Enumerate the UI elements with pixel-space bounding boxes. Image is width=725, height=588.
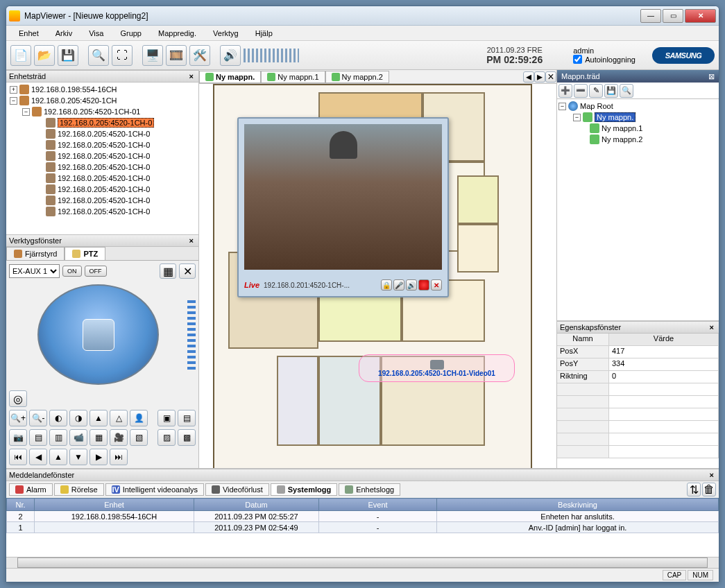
table-row[interactable]: 1 2011.09.23 PM 02:54:49 - Anv.-ID [admi… xyxy=(7,522,719,533)
tree-node[interactable]: 192.168.0.205:4520-1CH-0 xyxy=(8,128,197,139)
device-tree-close-icon[interactable]: × xyxy=(187,72,196,80)
fit-button[interactable]: ⛶ xyxy=(112,45,133,66)
map-node-0[interactable]: Ny mappn. xyxy=(595,112,636,122)
expand-icon[interactable]: − xyxy=(22,108,30,116)
map-tree-edit-button[interactable]: ✎ xyxy=(589,84,603,98)
monitor-button[interactable]: 🖥️ xyxy=(142,45,163,66)
ptz-extra1-button[interactable]: ▣ xyxy=(157,410,176,426)
col-event[interactable]: Event xyxy=(319,499,437,511)
device-tree-body[interactable]: +192.168.0.198:554-16CH−192.168.0.205:45… xyxy=(6,83,198,234)
message-grid[interactable]: Nr. Enhet Datum Event Beskrivning 2 192.… xyxy=(6,498,719,557)
live-mic-button[interactable]: 🎤 xyxy=(393,279,404,291)
map-tab-2[interactable]: Ny mappn.2 xyxy=(325,71,389,83)
autologin-checkbox[interactable]: Autoinloggning xyxy=(573,55,636,64)
ptz-last-button[interactable]: ⏭ xyxy=(110,449,128,465)
autologin-input[interactable] xyxy=(573,55,582,64)
map-tree-del-button[interactable]: ➖ xyxy=(574,84,588,98)
msg-tab-iva[interactable]: IVIntelligent videoanalys xyxy=(105,483,204,496)
focus-near-button[interactable]: ◐ xyxy=(49,410,67,426)
tree-label[interactable]: 192.168.0.205:4520-1CH-0 xyxy=(58,130,150,138)
ptz-cancel-button[interactable]: ✕ xyxy=(179,263,196,279)
msg-tab-alarm[interactable]: Alarm xyxy=(9,483,53,496)
record-button[interactable]: 🎞️ xyxy=(166,45,187,66)
tree-label[interactable]: 192.168.0.205:4520-1CH-0 xyxy=(58,141,150,149)
ptz-target-button[interactable]: ◎ xyxy=(9,390,27,407)
live-close-button[interactable]: ✕ xyxy=(431,279,442,291)
expand-icon[interactable]: − xyxy=(573,114,581,121)
properties-close-icon[interactable]: × xyxy=(708,323,716,331)
tree-node[interactable]: 192.168.0.205:4520-1CH-0 xyxy=(8,139,197,150)
prop-value[interactable]: 417 xyxy=(609,346,719,358)
menu-hjalp[interactable]: Hjälp xyxy=(248,28,280,39)
col-enhet[interactable]: Enhet xyxy=(35,499,194,511)
ptz-first-button[interactable]: ⏮ xyxy=(9,449,27,465)
ptz-down-button[interactable]: ▼ xyxy=(69,449,87,465)
tree-node[interactable]: 192.168.0.205:4520-1CH-0 xyxy=(8,195,197,206)
ptz-prev-button[interactable]: ◀ xyxy=(29,449,47,465)
live-speaker-button[interactable]: 🔊 xyxy=(406,279,417,291)
msg-tab-systemlog[interactable]: Systemlogg xyxy=(271,483,337,496)
prop-value[interactable]: 334 xyxy=(609,358,719,370)
expand-icon[interactable]: + xyxy=(10,86,17,94)
settings-button[interactable]: 🛠️ xyxy=(189,45,210,66)
live-video-window[interactable]: Live 192.168.0.201:4520-1CH-... 🔒 🎤 🔊 ✕ xyxy=(237,117,449,297)
map-node-2[interactable]: Ny mappn.2 xyxy=(602,135,642,144)
tree-label[interactable]: 192.168.0.205:4520-1CH-01 xyxy=(44,107,140,116)
zoom-out-button[interactable]: 🔍- xyxy=(29,410,47,426)
map-tab-prev-button[interactable]: ◂ xyxy=(523,71,534,83)
map-tab-0[interactable]: Ny mappn. xyxy=(199,71,261,83)
tree-label[interactable]: 192.168.0.205:4520-1CH-0 xyxy=(58,152,150,160)
expand-icon[interactable]: − xyxy=(558,103,566,110)
ptz-speed-slider[interactable] xyxy=(187,300,196,370)
iris-open-button[interactable]: ▲ xyxy=(89,410,108,426)
tree-label[interactable]: 192.168.0.205:4520-1CH-0 xyxy=(58,163,150,171)
close-button[interactable]: ✕ xyxy=(685,9,716,23)
tree-label[interactable]: 192.168.0.205:4520-1CH-0 xyxy=(58,174,150,182)
aux-on-button[interactable]: ON xyxy=(62,266,82,277)
map-tree-add-button[interactable]: ➕ xyxy=(558,84,572,98)
tree-node[interactable]: 192.168.0.205:4520-1CH-0 xyxy=(8,206,197,217)
map-canvas[interactable]: Live 192.168.0.201:4520-1CH-... 🔒 🎤 🔊 ✕ xyxy=(199,84,556,468)
tree-label[interactable]: 192.168.0.205:4520-1CH-0 xyxy=(58,196,150,205)
tree-label[interactable]: 192.168.0.205:4520-1CH-0 xyxy=(58,207,150,216)
ptz-preset-button[interactable]: ▦ xyxy=(160,263,176,279)
msg-tab-devicelog[interactable]: Enhetslogg xyxy=(339,483,400,496)
map-node-1[interactable]: Ny mappn.1 xyxy=(602,124,642,132)
open-map-button[interactable]: 📂 xyxy=(34,45,55,66)
map-tree-find-button[interactable]: 🔍 xyxy=(620,84,633,98)
tree-label[interactable]: 192.168.0.205:4520-1CH-0 xyxy=(58,185,150,193)
ptz-joystick[interactable] xyxy=(37,284,159,385)
minimize-button[interactable]: ― xyxy=(640,9,661,23)
msg-tab-motion[interactable]: Rörelse xyxy=(54,483,104,496)
expand-icon[interactable]: − xyxy=(10,97,17,105)
ptz-list4-button[interactable]: ▧ xyxy=(130,429,148,446)
tree-node[interactable]: −192.168.0.205:4520-1CH xyxy=(8,95,197,106)
map-tree-body[interactable]: −Map Root −Ny mappn. Ny mappn.1 Ny mappn… xyxy=(557,99,719,321)
ptz-extra4-button[interactable]: ▩ xyxy=(178,429,196,446)
map-tab-1[interactable]: Ny mappn.1 xyxy=(261,71,325,83)
tools-close-icon[interactable]: × xyxy=(187,236,196,245)
save-map-button[interactable]: 💾 xyxy=(58,45,78,66)
ptz-list3-button[interactable]: ▦ xyxy=(89,429,108,446)
tree-label[interactable]: 192.168.0.205:4520-1CH xyxy=(31,96,117,105)
volume-button[interactable]: 🔊 xyxy=(220,45,241,66)
tree-node[interactable]: 192.168.0.205:4520-1CH-0 xyxy=(8,173,197,184)
maximize-button[interactable]: ▭ xyxy=(663,9,683,23)
tree-node[interactable]: 192.168.0.205:4520-1CH-0 xyxy=(8,184,197,195)
col-nr[interactable]: Nr. xyxy=(7,499,35,511)
table-row[interactable]: 2 192.168.0.198:554-16CH 2011.09.23 PM 0… xyxy=(7,511,719,522)
tree-label[interactable]: 192.168.0.198:554-16CH xyxy=(31,85,117,94)
tab-ptz[interactable]: PTZ xyxy=(65,247,105,260)
msg-export-button[interactable]: ⇅ xyxy=(687,483,701,496)
map-root-node[interactable]: Map Root xyxy=(580,102,613,110)
ptz-cam1-button[interactable]: 📷 xyxy=(9,429,27,446)
tree-node[interactable]: 192.168.0.205:4520-1CH-0 xyxy=(8,117,197,128)
map-tab-next-button[interactable]: ▸ xyxy=(534,71,545,83)
tree-node[interactable]: +192.168.0.198:554-16CH xyxy=(8,84,197,95)
tree-node[interactable]: 192.168.0.205:4520-1CH-0 xyxy=(8,150,197,162)
menu-mappredig[interactable]: Mappredig. xyxy=(151,28,203,39)
menu-grupp[interactable]: Grupp xyxy=(113,28,148,39)
map-tree-close-icon[interactable]: ⊠ xyxy=(708,72,715,81)
live-record-button[interactable] xyxy=(418,279,429,291)
ptz-cam2-button[interactable]: 📹 xyxy=(69,429,87,446)
